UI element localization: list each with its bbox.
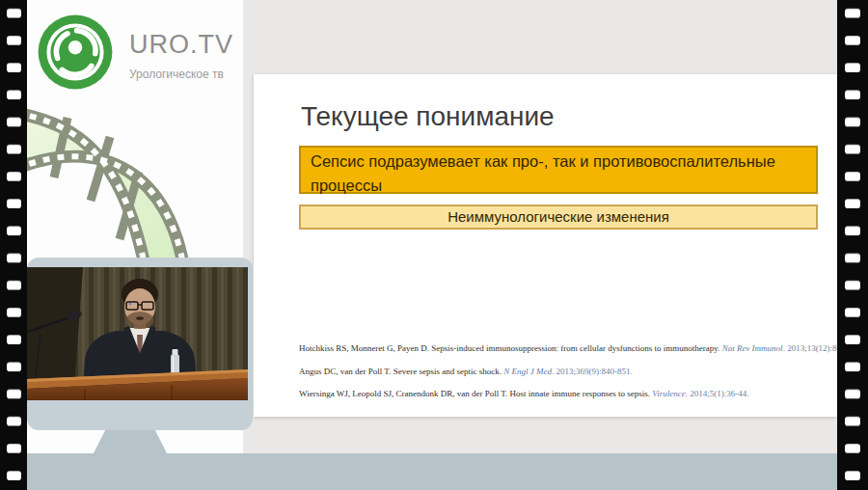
- reference-authors: Angus DC, van der Poll T. Severe sepsis …: [299, 367, 503, 376]
- reference-authors: Wiersinga WJ, Leopold SJ, Cranendonk DR,…: [299, 389, 652, 398]
- reference-journal: Virulence: [652, 389, 685, 398]
- base-band: [0, 453, 868, 490]
- film-reel-graphic-icon: [27, 96, 220, 274]
- secondary-highlight-box: Неиммунологические изменения: [299, 204, 818, 230]
- presentation-slide: Текущее понимание Сепсис подразумевает к…: [254, 74, 837, 417]
- primary-highlight-box: Сепсис подразумевает как про-, так и про…: [299, 146, 818, 194]
- film-strip-right: [837, 0, 868, 490]
- slide-title: Текущее понимание: [301, 101, 555, 132]
- references-block: Hotchkiss RS, Monneret G, Payen D. Sepsi…: [299, 343, 835, 412]
- film-strip-left: [0, 0, 27, 490]
- uro-tv-logo: URO.TV Урологическое тв: [37, 14, 233, 91]
- speaker-video: [27, 267, 248, 400]
- reference-journal: Nat Rev Immunol: [722, 343, 783, 353]
- reference-citation: . 2013;369(9):840-851.: [552, 367, 633, 376]
- reference-item: Hotchkiss RS, Monneret G, Payen D. Sepsi…: [299, 343, 835, 353]
- logo-text: URO.TV: [129, 31, 233, 58]
- reference-item: Angus DC, van der Poll T. Severe sepsis …: [299, 367, 835, 376]
- reference-journal: N Engl J Med: [503, 367, 552, 376]
- uro-tv-logo-mark-icon: [37, 14, 114, 91]
- reference-citation: . 2014;5(1):36-44.: [686, 389, 749, 398]
- monitor-stand: [94, 430, 167, 453]
- speaker-monitor-frame: [27, 258, 253, 430]
- reference-authors: Hotchkiss RS, Monneret G, Payen D. Sepsi…: [299, 343, 722, 353]
- reference-item: Wiersinga WJ, Leopold SJ, Cranendonk DR,…: [299, 389, 835, 398]
- logo-tagline: Урологическое тв: [129, 68, 233, 81]
